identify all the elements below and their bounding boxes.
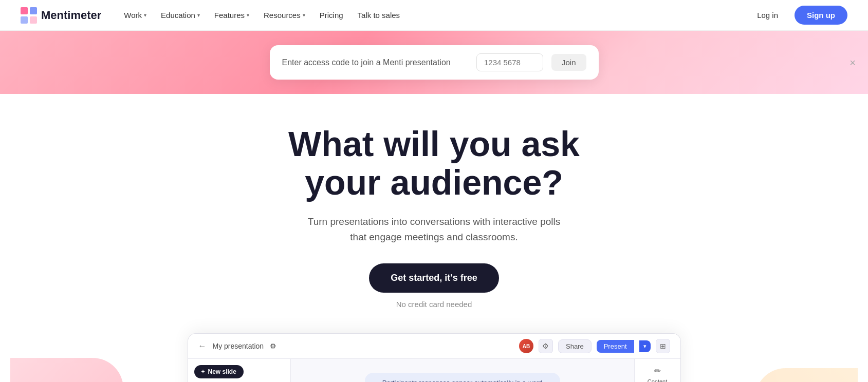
mock-settings-icon-btn[interactable]: ⚙	[539, 339, 553, 353]
chevron-down-icon: ▾	[303, 12, 305, 18]
close-banner-button[interactable]: ×	[849, 56, 856, 68]
navbar-left: Mentimeter Work ▾ Education ▾ Features ▾…	[21, 7, 406, 24]
access-code-input[interactable]	[476, 53, 543, 71]
hero-note: No credit card needed	[396, 300, 472, 309]
logo[interactable]: Mentimeter	[21, 7, 101, 24]
nav-item-features[interactable]: Features ▾	[208, 7, 255, 24]
mock-main-canvas: Participants responses appear automatica…	[291, 359, 634, 382]
pencil-icon: ✏	[652, 365, 663, 376]
nav-label-resources: Resources	[264, 11, 301, 20]
mock-user-avatar: AB	[519, 339, 533, 353]
nav-links: Work ▾ Education ▾ Features ▾ Resources …	[118, 7, 406, 24]
svg-rect-3	[30, 16, 37, 24]
mock-back-icon[interactable]: ←	[198, 341, 207, 351]
chevron-down-icon: ▾	[144, 12, 146, 18]
mock-content-area: + New slide × Multiple Choice	[188, 359, 680, 382]
mock-fullscreen-icon-btn[interactable]: ⊞	[656, 339, 670, 353]
mock-present-chevron-button[interactable]: ▾	[639, 340, 651, 352]
navbar-right: Log in Sign up	[749, 6, 847, 25]
join-banner-label: Enter access code to join a Menti presen…	[282, 58, 468, 67]
login-button[interactable]: Log in	[749, 7, 786, 24]
svg-rect-2	[21, 16, 28, 24]
word-cloud-message: Participants responses appear automatica…	[382, 379, 542, 382]
logo-text: Mentimeter	[41, 9, 101, 22]
mock-topbar-left: ← My presentation ⚙	[198, 341, 277, 351]
chevron-down-icon: ▾	[197, 12, 200, 18]
nav-label-education: Education	[161, 11, 195, 20]
nav-item-talk-to-sales[interactable]: Talk to sales	[352, 7, 407, 24]
nav-item-education[interactable]: Education ▾	[155, 7, 206, 24]
join-banner-box: Enter access code to join a Menti presen…	[270, 45, 599, 80]
join-button[interactable]: Join	[551, 54, 586, 71]
decorative-blob-left	[10, 358, 123, 382]
content-panel-label: Content	[648, 378, 668, 382]
svg-rect-0	[21, 7, 28, 14]
hero-title: What will you ask your audience?	[254, 125, 614, 202]
nav-label-features: Features	[214, 11, 245, 20]
cta-button[interactable]: Get started, it's free	[369, 263, 498, 293]
nav-label-work: Work	[124, 11, 142, 20]
mock-word-cloud-bubble: Participants responses appear automatica…	[365, 373, 560, 382]
svg-rect-1	[30, 7, 37, 14]
logo-icon	[21, 7, 37, 24]
hero-subtitle: Turn presentations into conversations wi…	[306, 214, 563, 245]
mock-ui-screenshot: ← My presentation ⚙ AB ⚙ Share Present ▾…	[188, 333, 681, 382]
navbar: Mentimeter Work ▾ Education ▾ Features ▾…	[0, 0, 868, 31]
mock-right-panel: ✏ Content ◇ Design	[634, 359, 680, 382]
new-slide-label: New slide	[208, 368, 236, 375]
join-banner: Enter access code to join a Menti presen…	[0, 31, 868, 94]
mock-gear-icon[interactable]: ⚙	[270, 342, 276, 350]
decorative-blob-right	[755, 368, 858, 382]
mock-presentation-name: My presentation	[213, 342, 264, 350]
nav-label-talk-to-sales: Talk to sales	[358, 11, 400, 20]
mock-topbar: ← My presentation ⚙ AB ⚙ Share Present ▾…	[188, 334, 680, 359]
mock-topbar-right: AB ⚙ Share Present ▾ ⊞	[519, 339, 670, 353]
nav-item-work[interactable]: Work ▾	[118, 7, 153, 24]
signup-button[interactable]: Sign up	[795, 6, 847, 25]
nav-label-pricing: Pricing	[320, 11, 343, 20]
mock-avatar-initials: AB	[523, 343, 530, 349]
mock-present-button[interactable]: Present	[597, 340, 634, 353]
new-slide-button[interactable]: + New slide	[194, 365, 244, 378]
nav-item-resources[interactable]: Resources ▾	[257, 7, 311, 24]
plus-icon: +	[201, 368, 205, 375]
mock-share-button[interactable]: Share	[558, 339, 592, 353]
hero-bottom: ← My presentation ⚙ AB ⚙ Share Present ▾…	[10, 333, 858, 382]
chevron-down-icon: ▾	[247, 12, 249, 18]
mock-sidebar: + New slide × Multiple Choice	[188, 359, 291, 382]
hero-section: What will you ask your audience? Turn pr…	[0, 94, 868, 382]
mock-content-panel-item[interactable]: ✏ Content	[648, 365, 668, 382]
nav-item-pricing[interactable]: Pricing	[313, 7, 349, 24]
